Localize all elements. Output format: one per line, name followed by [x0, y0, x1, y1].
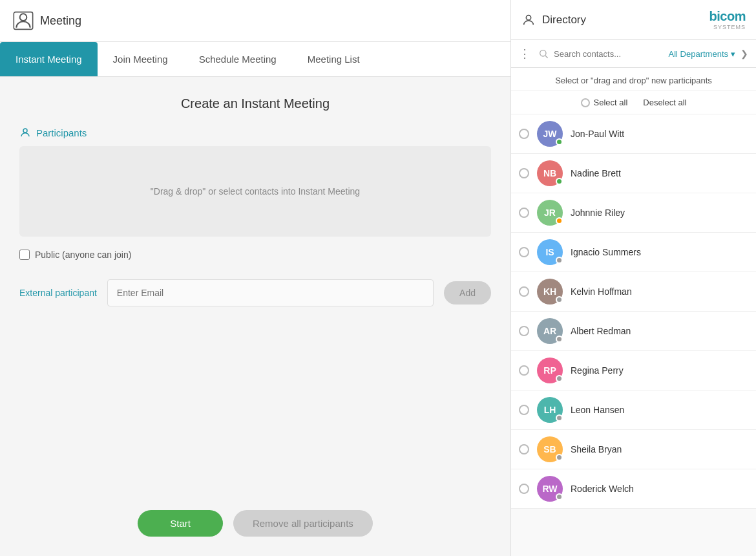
contact-radio[interactable] — [519, 326, 529, 336]
contact-radio[interactable] — [519, 444, 529, 454]
tab-schedule-meeting[interactable]: Schedule Meeting — [184, 42, 292, 76]
contact-radio[interactable] — [519, 365, 529, 376]
svg-point-2 — [23, 129, 27, 133]
status-dot — [556, 493, 563, 500]
search-bar: ⋮ All Departments ▾ ❯ — [511, 40, 756, 68]
add-participant-button[interactable]: Add — [444, 281, 491, 305]
contact-name: Sheila Bryan — [571, 444, 622, 454]
contact-radio[interactable] — [519, 405, 529, 415]
public-label: Public (anyone can join) — [35, 250, 131, 260]
start-button[interactable]: Start — [138, 510, 223, 537]
contact-radio[interactable] — [519, 208, 529, 218]
contact-name: Regina Perry — [571, 365, 624, 376]
contact-item[interactable]: SB Sheila Bryan — [511, 430, 756, 469]
tab-meeting-list[interactable]: Meeting List — [292, 42, 375, 76]
contacts-list: JW Jon-Paul Witt NB Nadine Brett JR John… — [511, 114, 756, 556]
external-participant-row: External participant Add — [19, 279, 491, 306]
app-title: Meeting — [40, 14, 81, 28]
contact-radio[interactable] — [519, 286, 529, 297]
contact-item[interactable]: IS Ignacio Summers — [511, 233, 756, 272]
select-all-radio-icon — [581, 98, 590, 107]
contact-name: Johnnie Riley — [571, 208, 625, 218]
bottom-actions: Start Remove all participants — [0, 497, 510, 556]
avatar-wrapper: RP — [537, 358, 563, 383]
external-participant-label: External participant — [19, 288, 97, 298]
tab-join-meeting[interactable]: Join Meeting — [98, 42, 184, 76]
contact-radio[interactable] — [519, 168, 529, 178]
status-dot — [556, 336, 563, 343]
public-checkbox-row: Public (anyone can join) — [19, 250, 491, 260]
contact-name: Roderick Welch — [571, 484, 634, 494]
participants-icon — [19, 127, 31, 138]
status-dot — [556, 296, 563, 303]
directory-header-left: Directory — [521, 13, 586, 27]
avatar-wrapper: JR — [537, 200, 563, 226]
contact-name: Nadine Brett — [571, 168, 621, 178]
directory-header: Directory bicom SYSTEMS — [511, 0, 756, 40]
contact-item[interactable]: NB Nadine Brett — [511, 154, 756, 193]
directory-icon — [521, 13, 536, 27]
avatar-wrapper: NB — [537, 160, 563, 186]
dept-label: All Departments — [669, 49, 728, 59]
contact-item[interactable]: RW Roderick Welch — [511, 469, 756, 509]
contact-item[interactable]: RP Regina Perry — [511, 351, 756, 390]
avatar-wrapper: JW — [537, 121, 563, 147]
avatar-wrapper: LH — [537, 397, 563, 423]
bicom-logo: bicom — [709, 9, 746, 23]
drop-zone[interactable]: "Drag & drop" or select contacts into In… — [19, 146, 491, 237]
expand-icon[interactable]: ❯ — [740, 48, 748, 59]
right-panel: Directory bicom SYSTEMS ⋮ All Department… — [510, 0, 756, 556]
status-dot — [556, 217, 563, 224]
contact-radio[interactable] — [519, 129, 529, 139]
avatar-wrapper: KH — [537, 279, 563, 305]
contact-name: Leon Hansen — [571, 405, 624, 415]
department-selector[interactable]: All Departments ▾ — [669, 49, 735, 59]
drop-hint-text: "Drag & drop" or select contacts into In… — [151, 186, 360, 197]
participants-label: Participants — [36, 127, 87, 138]
select-all-label: Select all — [594, 98, 628, 107]
svg-line-5 — [545, 56, 548, 58]
chevron-down-icon: ▾ — [731, 49, 735, 59]
deselect-all-button[interactable]: Deselect all — [643, 98, 686, 107]
page-title: Create an Instant Meeting — [19, 96, 491, 111]
contact-item[interactable]: JW Jon-Paul Witt — [511, 114, 756, 154]
avatar-wrapper: IS — [537, 239, 563, 265]
contact-radio[interactable] — [519, 247, 529, 257]
status-dot — [556, 414, 563, 422]
directory-title: Directory — [542, 14, 586, 27]
participants-section-header: Participants — [19, 127, 491, 138]
email-input[interactable] — [107, 279, 434, 306]
left-panel: Meeting Instant Meeting Join Meeting Sch… — [0, 0, 510, 556]
status-dot — [556, 178, 563, 185]
avatar-wrapper: RW — [537, 476, 563, 502]
status-dot — [556, 138, 563, 145]
contact-item[interactable]: LH Leon Hansen — [511, 390, 756, 430]
svg-point-3 — [526, 15, 530, 19]
more-options-icon[interactable]: ⋮ — [519, 47, 530, 61]
contact-name: Albert Redman — [571, 326, 631, 336]
contact-item[interactable]: KH Kelvin Hoffman — [511, 272, 756, 312]
public-checkbox[interactable] — [19, 250, 30, 260]
bicom-logo-group: bicom SYSTEMS — [709, 9, 746, 30]
search-icon — [538, 48, 549, 59]
tab-instant-meeting[interactable]: Instant Meeting — [0, 42, 98, 76]
status-dot — [556, 454, 563, 461]
contact-item[interactable]: AR Albert Redman — [511, 312, 756, 351]
contact-name: Ignacio Summers — [571, 247, 641, 257]
tabs-bar: Instant Meeting Join Meeting Schedule Me… — [0, 42, 510, 77]
avatar-wrapper: SB — [537, 436, 563, 462]
remove-all-button[interactable]: Remove all participants — [233, 510, 373, 537]
main-content: Create an Instant Meeting Participants "… — [0, 77, 510, 497]
status-dot — [556, 375, 563, 382]
select-all-button[interactable]: Select all — [581, 98, 628, 107]
search-input[interactable] — [554, 49, 664, 59]
bicom-systems-label: SYSTEMS — [709, 24, 746, 30]
svg-point-4 — [540, 50, 546, 56]
avatar-wrapper: AR — [537, 318, 563, 344]
contact-name: Kelvin Hoffman — [571, 286, 632, 297]
contact-item[interactable]: JR Johnnie Riley — [511, 193, 756, 233]
select-row: Select all Deselect all — [511, 91, 756, 114]
meeting-icon — [13, 10, 34, 31]
contact-radio[interactable] — [519, 484, 529, 494]
contact-name: Jon-Paul Witt — [571, 129, 624, 139]
